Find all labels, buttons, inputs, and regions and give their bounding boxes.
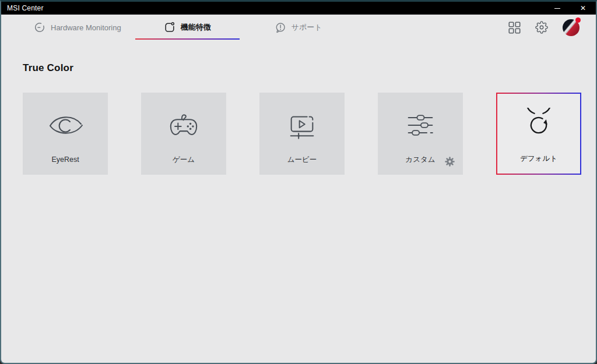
reset-refresh-icon: [497, 94, 580, 155]
support-icon: [275, 22, 286, 33]
card-label: EyeRest: [51, 156, 79, 164]
apps-grid-button[interactable]: [508, 22, 521, 34]
features-icon: [164, 22, 175, 33]
sliders-icon: [378, 93, 463, 156]
truecolor-mode-cards: EyeRest ゲーム: [1, 93, 596, 175]
truecolor-card-default[interactable]: デフォルト: [496, 93, 581, 175]
window-title: MSI Center: [1, 4, 44, 12]
header: Hardware Monitoring 機能特徴 サポート: [1, 15, 596, 40]
settings-gear-icon: [535, 21, 548, 34]
card-label: カスタム: [405, 156, 435, 164]
close-icon: ✕: [580, 5, 586, 12]
settings-button[interactable]: [535, 21, 548, 34]
tab-hardware-monitoring[interactable]: Hardware Monitoring: [34, 15, 121, 40]
gauge-icon: [34, 22, 45, 33]
user-avatar[interactable]: [563, 19, 580, 36]
page-title: True Color: [23, 62, 596, 74]
truecolor-card-eyerest[interactable]: EyeRest: [23, 93, 108, 175]
card-label: ゲーム: [173, 156, 195, 164]
truecolor-card-movie[interactable]: ムービー: [259, 93, 345, 175]
tab-label: サポート: [292, 22, 322, 33]
movie-player-icon: [259, 93, 345, 156]
tab-features[interactable]: 機能特徴: [135, 15, 240, 40]
msi-center-window: MSI Center ✕ Hardware Monitoring: [0, 0, 597, 364]
apps-grid-icon: [508, 22, 521, 34]
eye-icon: [23, 93, 108, 156]
card-label: デフォルト: [520, 155, 557, 162]
notification-dot: [575, 17, 581, 23]
truecolor-card-game[interactable]: ゲーム: [141, 93, 226, 175]
truecolor-card-custom[interactable]: カスタム: [378, 93, 463, 175]
card-settings-gear-icon[interactable]: [444, 156, 455, 167]
minimize-button[interactable]: [545, 2, 570, 15]
header-actions: [508, 15, 580, 40]
tab-support[interactable]: サポート: [275, 15, 322, 40]
minimize-icon: [554, 8, 560, 9]
tab-label: Hardware Monitoring: [51, 23, 121, 32]
tab-label: 機能特徴: [181, 22, 211, 33]
close-button[interactable]: ✕: [570, 2, 596, 15]
tab-bar: Hardware Monitoring 機能特徴 サポート: [34, 15, 322, 40]
titlebar: MSI Center ✕: [1, 2, 596, 15]
gamepad-icon: [141, 93, 226, 156]
card-label: ムービー: [287, 156, 317, 164]
